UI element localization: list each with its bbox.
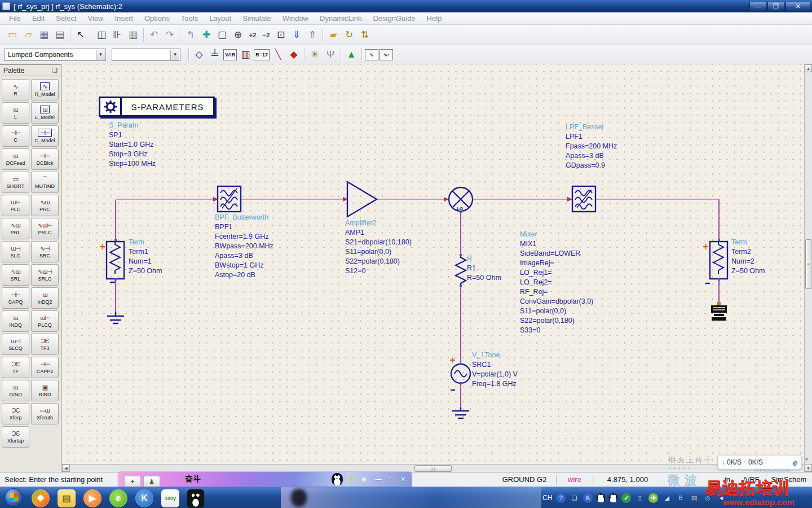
menu-item[interactable]: Simulate — [237, 14, 277, 23]
network-tray-icon[interactable]: ◢ — [662, 493, 672, 503]
simulate-icon[interactable]: ▲ — [344, 47, 359, 62]
param-line[interactable]: Num=1 — [129, 257, 162, 266]
resistor-icon[interactable]: ∿R — [2, 79, 29, 100]
pinwheel-app-icon[interactable]: ❖ — [32, 489, 50, 507]
prl-icon[interactable]: ∿ɯPRL — [2, 218, 29, 239]
dc-block-icon[interactable]: ⊣⊢DCBlck — [31, 148, 59, 170]
scroll-up-icon[interactable]: ▲ — [805, 64, 812, 72]
security-shield-icon[interactable]: ✔ — [621, 493, 631, 503]
data-display-save-icon[interactable]: ∿▫ — [379, 49, 393, 60]
palette-float-icon[interactable]: ❏ — [52, 67, 58, 74]
param-line[interactable]: R1 — [467, 264, 501, 273]
param-line[interactable]: MIX1 — [520, 239, 593, 249]
deactivate-component-icon[interactable]: ◫ — [94, 28, 109, 42]
qq-tab-2[interactable]: ♟ — [143, 476, 160, 487]
antivirus-icon[interactable]: ✚ — [648, 493, 658, 503]
activate-component-icon[interactable]: ⊪ — [110, 28, 125, 42]
display-params-icon[interactable]: R=17 — [254, 49, 270, 60]
menu-item[interactable]: Window — [277, 14, 314, 23]
insert-ground-icon[interactable]: ╧ — [208, 47, 222, 62]
param-line[interactable]: S22=polar(0,180) — [520, 316, 593, 326]
amp-text-block[interactable]: Amplifier2AMP1S21=dbpolar(10,180)S11=pol… — [345, 218, 412, 276]
zoom-in-icon[interactable]: ⊕ — [231, 28, 245, 42]
param-line[interactable]: GDpass=0.9 — [566, 161, 617, 170]
param-line[interactable]: SRC1 — [472, 360, 518, 370]
capacitor-model-icon[interactable]: ⊣⊢C_Model — [31, 125, 59, 147]
param-line[interactable]: BWpass=200 MHz — [215, 242, 273, 251]
schematic-canvas[interactable]: S-PARAMETERS S_ParamSP1Start=1.0 GHzStop… — [62, 64, 804, 464]
param-line[interactable]: Apass=3 dB — [566, 151, 617, 161]
vertical-scrollbar[interactable]: ▲ ≡ ▼ — [804, 64, 812, 472]
capacitor-icon[interactable]: ⊣⊢C — [2, 125, 29, 147]
reroute-wire-icon[interactable]: ↰ — [183, 28, 198, 42]
lpf-symbol[interactable] — [572, 186, 595, 212]
param-line[interactable]: S33=0 — [520, 326, 593, 335]
term1-text-block[interactable]: TermTerm1Num=1Z=50 Ohm — [129, 238, 162, 276]
restore-button[interactable]: ❐ — [767, 2, 784, 11]
widget-collapse-icon[interactable]: ▾ — [805, 456, 808, 462]
qq-vip-icon[interactable]: ♛ — [348, 475, 355, 483]
qq-close-button[interactable]: ✕ — [400, 475, 406, 483]
network-speed-widget[interactable]: ↓ 0K/S ↑ 0K/S e — [717, 455, 802, 470]
component-library-icon[interactable]: ▥ — [238, 47, 253, 62]
indq2-icon[interactable]: ɯInDQ2 — [31, 287, 59, 309]
scroll-left-icon[interactable]: ◀ — [62, 465, 70, 472]
clipboard-tray-icon[interactable]: ▤ — [689, 493, 699, 503]
qq-chat-window[interactable]: ✦ ♟ 奋斗 ♛ ☻ — □ ✕ — [118, 472, 412, 487]
bluetooth-tray-icon[interactable]: B — [676, 493, 685, 503]
chevron-down-icon[interactable]: ▼ — [96, 50, 105, 60]
window-tray-icon[interactable]: ❏ — [570, 493, 579, 503]
param-line[interactable]: S11=polar(0,0) — [345, 247, 412, 257]
param-line[interactable]: S11=polar(0,0) — [520, 306, 593, 316]
param-line[interactable]: Freq=1.8 GHz — [472, 379, 518, 389]
inductor-model-icon[interactable]: ɯL_Model — [31, 102, 59, 124]
param-line[interactable]: Term — [731, 238, 765, 247]
qq-maximize-button[interactable]: □ — [389, 475, 393, 483]
xfertap-icon[interactable]: ϽЄXfertap — [2, 426, 29, 448]
param-line[interactable]: Astop=20 dB — [215, 270, 273, 280]
media-player-icon[interactable]: ▶ — [83, 489, 102, 507]
horizontal-scroll-thumb[interactable]: ||| — [414, 465, 452, 472]
insert-var-icon[interactable]: VAR — [223, 49, 237, 60]
resistor-model-icon[interactable]: ∿R_Model — [31, 79, 59, 100]
close-button[interactable]: ✕ — [785, 2, 810, 11]
param-line[interactable]: ConvGain=dbpolar(3,0) — [520, 297, 593, 306]
kmplayer-icon[interactable]: K — [135, 489, 153, 507]
tune-icon[interactable]: Ψ — [323, 47, 338, 62]
param-line[interactable]: BPF1 — [215, 222, 273, 232]
wire-label-icon[interactable]: ▰ — [326, 28, 341, 42]
zoom-out-2x-icon[interactable]: −2 — [260, 28, 272, 42]
zoom-in-2x-icon[interactable]: +2 — [246, 28, 259, 42]
push-into-hierarchy-icon[interactable]: ⇓ — [289, 28, 304, 42]
notes-app-icon[interactable]: 100y — [161, 489, 179, 507]
src-icon[interactable]: ∿⊣SRC — [31, 241, 59, 262]
param-line[interactable]: V_1Tone — [472, 351, 518, 360]
simulation-settings-gear-icon[interactable]: ✳ — [307, 47, 322, 62]
short-icon[interactable]: ▭SHORT — [2, 172, 29, 193]
param-line[interactable]: Step=100 MHz — [109, 159, 156, 169]
zoom-selection-icon[interactable]: ⊡ — [273, 28, 288, 42]
slcq-icon[interactable]: ɯ⊣SLCQ — [2, 334, 29, 355]
param-line[interactable]: V=polar(1,0) V — [472, 370, 518, 379]
pop-out-hierarchy-icon[interactable]: ⇑ — [305, 28, 320, 42]
mixer-text-block[interactable]: MixerMIX1SideBand=LOWERImageRej=LO_Rej1=… — [520, 230, 593, 335]
wire-name-icon[interactable]: ◆ — [286, 47, 301, 62]
param-line[interactable]: BWstop=1 GHz — [215, 261, 273, 270]
prc-icon[interactable]: ∿ɯPRC — [31, 195, 59, 216]
param-line[interactable]: Mixer — [520, 230, 593, 239]
param-line[interactable]: Stop=3 GHz — [109, 150, 156, 159]
param-line[interactable]: LPF1 — [566, 132, 617, 142]
indq-icon[interactable]: ɯINDQ — [2, 310, 29, 332]
qq-face-icon[interactable]: ☻ — [360, 475, 368, 483]
menu-item[interactable]: Help — [421, 14, 448, 23]
sparam-text-block[interactable]: S_ParamSP1Start=1.0 GHzStop=3 GHzStep=10… — [109, 121, 156, 169]
vertical-scroll-thumb[interactable]: ≡ — [805, 239, 811, 289]
param-line[interactable]: LPF_Bessel — [566, 122, 617, 132]
qq-minimize-button[interactable]: — — [375, 475, 382, 483]
param-line[interactable]: Z=50 Ohm — [129, 266, 162, 276]
signal-wire[interactable] — [116, 199, 719, 408]
kmplayer-tray-icon[interactable]: K — [583, 493, 593, 503]
srlc-icon[interactable]: ∿ɯ⊣SRLC — [31, 264, 59, 286]
qq-tray-icon-2[interactable] — [609, 493, 617, 502]
ground1-symbol[interactable] — [107, 312, 124, 323]
